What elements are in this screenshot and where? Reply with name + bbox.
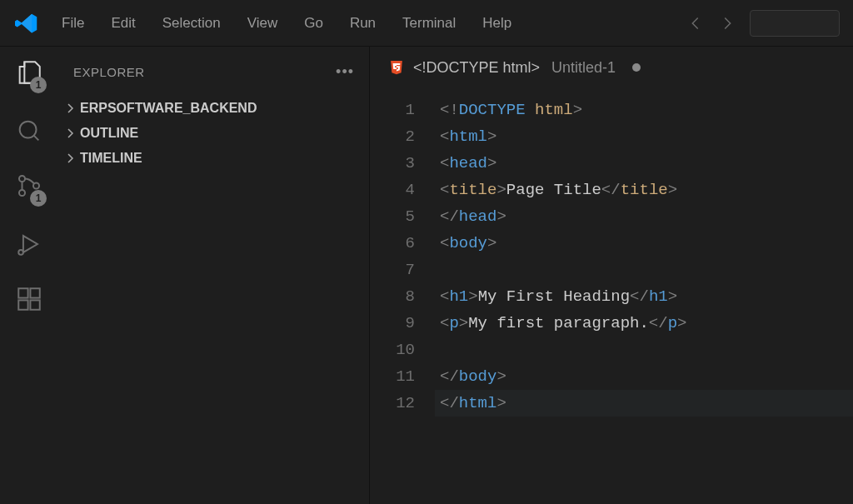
unsaved-indicator-icon	[632, 63, 641, 72]
explorer-sidebar: EXPLORER ••• ERPSOFTWARE_BACKEND OUTLINE…	[58, 47, 370, 504]
html5-icon	[388, 59, 405, 76]
svg-point-0	[20, 122, 37, 138]
nav-back-icon[interactable]	[686, 14, 705, 32]
chevron-right-icon	[63, 127, 77, 140]
explorer-badge: 1	[30, 77, 47, 93]
code-content[interactable]: <!DOCTYPE html><html><head><title>Page T…	[435, 97, 853, 504]
line-number: 9	[370, 310, 415, 337]
menu-run[interactable]: Run	[338, 10, 387, 37]
sidebar-title: EXPLORER	[73, 65, 145, 79]
line-number: 5	[370, 203, 415, 230]
tab-filename: Untitled-1	[551, 59, 616, 77]
tree-item-project[interactable]: ERPSOFTWARE_BACKEND	[58, 96, 369, 121]
nav-forward-icon[interactable]	[718, 14, 736, 32]
line-number: 11	[370, 363, 415, 390]
code-line[interactable]: <!DOCTYPE html>	[435, 97, 853, 123]
menu-edit[interactable]: Edit	[99, 10, 147, 37]
svg-rect-8	[30, 288, 39, 297]
editor-tab-active[interactable]: <!DOCTYPE html> Untitled-1	[375, 47, 654, 88]
svg-point-1	[19, 176, 25, 182]
line-number: 7	[370, 257, 415, 283]
line-number: 6	[370, 230, 415, 257]
menu-help[interactable]: Help	[471, 10, 523, 37]
svg-rect-6	[18, 300, 27, 309]
menu-items: File Edit Selection View Go Run Terminal…	[50, 10, 523, 37]
tree-label: OUTLINE	[80, 126, 138, 141]
code-editor[interactable]: 123456789101112 <!DOCTYPE html><html><he…	[370, 88, 853, 504]
line-number: 3	[370, 150, 415, 177]
code-line[interactable]: <body>	[435, 230, 853, 257]
tree-item-timeline[interactable]: TIMELINE	[58, 146, 369, 171]
menu-go[interactable]: Go	[292, 10, 335, 37]
vscode-logo-icon	[15, 12, 38, 35]
search-icon[interactable]	[15, 117, 43, 145]
code-line[interactable]: <head>	[435, 150, 853, 177]
line-number: 8	[370, 283, 415, 310]
chevron-right-icon	[63, 102, 77, 115]
menu-right	[686, 10, 846, 37]
svg-point-4	[18, 250, 23, 255]
sidebar-header: EXPLORER •••	[58, 58, 369, 96]
line-number: 10	[370, 337, 415, 363]
menu-view[interactable]: View	[236, 10, 290, 37]
menu-selection[interactable]: Selection	[151, 10, 232, 37]
main-content: 1 1 EXPLORER ••• ERPSOFTWARE_BACKEND	[0, 47, 853, 504]
tree-item-outline[interactable]: OUTLINE	[58, 121, 369, 146]
line-number: 12	[370, 390, 415, 417]
tab-language-label: <!DOCTYPE html>	[413, 59, 540, 77]
extensions-icon[interactable]	[15, 285, 43, 313]
code-line[interactable]: <title>Page Title</title>	[435, 177, 853, 203]
code-line[interactable]	[435, 257, 853, 283]
code-line[interactable]: </body>	[435, 363, 853, 390]
tree-label: TIMELINE	[80, 151, 142, 166]
editor-tabs: <!DOCTYPE html> Untitled-1	[370, 47, 853, 88]
line-number: 1	[370, 97, 415, 123]
command-center-search[interactable]	[750, 10, 840, 37]
code-line[interactable]	[435, 337, 853, 363]
chevron-right-icon	[63, 152, 77, 165]
code-line[interactable]: <p>My first paragraph.</p>	[435, 310, 853, 337]
tree-label: ERPSOFTWARE_BACKEND	[80, 101, 257, 116]
sidebar-more-icon[interactable]: •••	[336, 63, 354, 81]
menu-bar: File Edit Selection View Go Run Terminal…	[0, 0, 853, 47]
run-debug-icon[interactable]	[15, 230, 43, 258]
code-line[interactable]: </html>	[435, 390, 853, 417]
source-control-badge: 1	[30, 190, 47, 207]
code-line[interactable]: <h1>My First Heading</h1>	[435, 283, 853, 310]
code-line[interactable]: </head>	[435, 203, 853, 230]
line-number: 2	[370, 123, 415, 150]
menu-file[interactable]: File	[50, 10, 96, 37]
svg-rect-5	[18, 288, 27, 297]
code-line[interactable]: <html>	[435, 123, 853, 150]
line-gutter: 123456789101112	[370, 97, 435, 504]
svg-rect-7	[30, 300, 39, 309]
svg-point-2	[19, 190, 25, 196]
line-number: 4	[370, 177, 415, 203]
menu-terminal[interactable]: Terminal	[391, 10, 467, 37]
svg-point-3	[33, 182, 39, 188]
activity-bar: 1 1	[0, 47, 58, 504]
editor-area: <!DOCTYPE html> Untitled-1 1234567891011…	[370, 47, 853, 504]
